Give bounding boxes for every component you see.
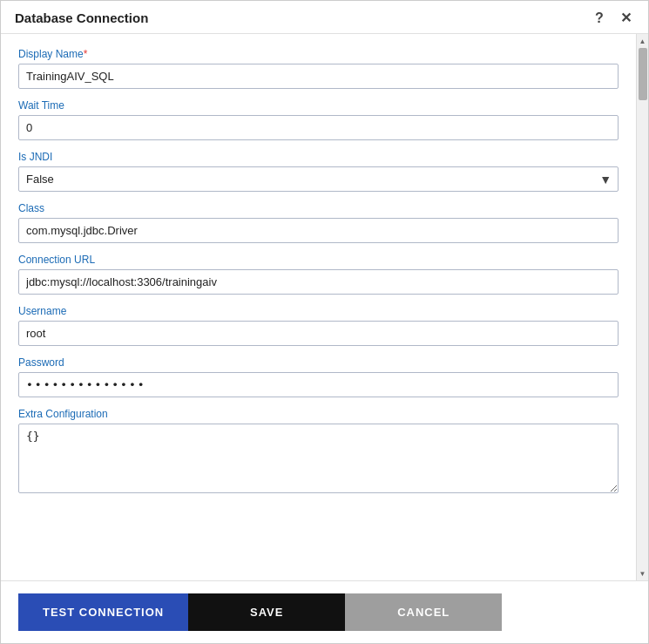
display-name-group: Display Name*	[18, 48, 619, 89]
is-jndi-select[interactable]: False True	[18, 166, 619, 192]
connection-url-label: Connection URL	[18, 254, 619, 266]
username-group: Username	[18, 305, 619, 346]
is-jndi-label: Is JNDI	[18, 151, 619, 163]
database-connection-dialog: Database Connection ? ✕ Display Name* Wa…	[0, 0, 649, 644]
scroll-down-arrow[interactable]: ▼	[639, 568, 647, 579]
username-input[interactable]	[18, 321, 619, 346]
cancel-button[interactable]: CANCEL	[345, 593, 502, 631]
scrollbar[interactable]: ▲ ▼	[636, 34, 648, 580]
class-input[interactable]	[18, 218, 619, 243]
connection-url-input[interactable]	[18, 269, 619, 295]
required-marker: *	[84, 48, 88, 60]
help-icon[interactable]: ?	[591, 10, 608, 26]
dialog-body: Display Name* Wait Time Is JNDI False Tr…	[1, 34, 636, 580]
connection-url-group: Connection URL	[18, 254, 619, 295]
extra-config-group: Extra Configuration {}	[18, 408, 619, 493]
class-label: Class	[18, 202, 619, 214]
is-jndi-group: Is JNDI False True ▼	[18, 151, 619, 192]
extra-config-textarea[interactable]: {}	[18, 424, 619, 493]
class-group: Class	[18, 202, 619, 243]
wait-time-group: Wait Time	[18, 99, 619, 140]
password-group: Password	[18, 356, 619, 397]
username-label: Username	[18, 305, 619, 317]
extra-config-label: Extra Configuration	[18, 408, 619, 420]
is-jndi-select-wrapper: False True ▼	[18, 166, 619, 192]
dialog-title: Database Connection	[15, 10, 148, 25]
header-icons: ? ✕	[591, 10, 634, 26]
save-button[interactable]: SAVE	[188, 593, 345, 631]
dialog-header: Database Connection ? ✕	[1, 1, 648, 34]
password-label: Password	[18, 356, 619, 369]
scroll-up-arrow[interactable]: ▲	[639, 36, 647, 46]
wait-time-input[interactable]	[18, 115, 619, 140]
display-name-input[interactable]	[18, 64, 619, 89]
dialog-footer: TEST CONNECTION SAVE CANCEL	[1, 580, 648, 643]
dialog-body-wrapper: Display Name* Wait Time Is JNDI False Tr…	[1, 34, 648, 580]
close-icon[interactable]: ✕	[617, 10, 634, 26]
wait-time-label: Wait Time	[18, 99, 619, 112]
scrollbar-thumb[interactable]	[639, 48, 647, 100]
test-connection-button[interactable]: TEST CONNECTION	[18, 593, 188, 631]
password-input[interactable]	[18, 372, 619, 397]
display-name-label: Display Name*	[18, 48, 619, 60]
